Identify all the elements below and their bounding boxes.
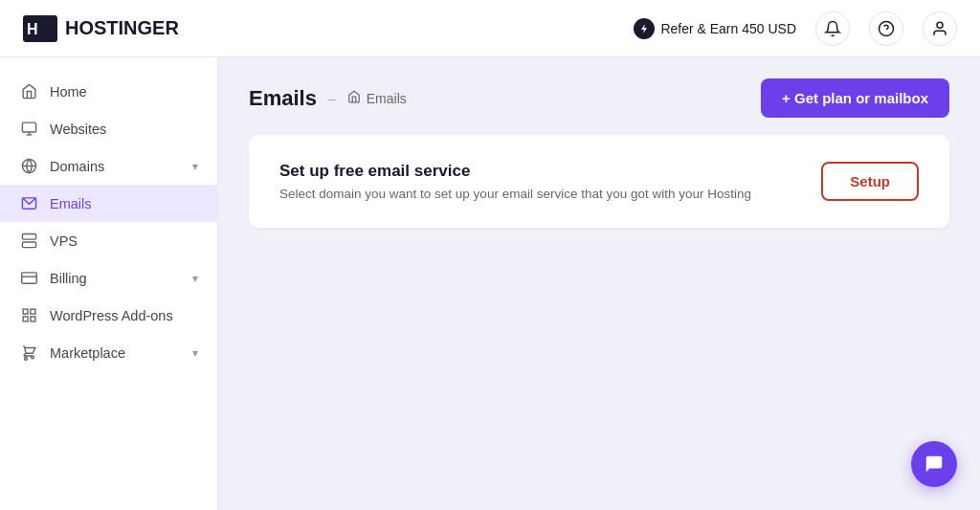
refer-earn-button[interactable]: Refer & Earn 450 USD	[634, 18, 796, 39]
sidebar-item-domains-label: Domains	[50, 159, 104, 174]
card-area: Set up free email service Select domain …	[218, 135, 980, 228]
sidebar-item-billing-label: Billing	[50, 271, 87, 286]
sidebar-item-home-label: Home	[50, 84, 87, 100]
refer-earn-label: Refer & Earn 450 USD	[660, 21, 796, 36]
sidebar-item-emails-label: Emails	[50, 196, 92, 211]
svg-rect-6	[22, 122, 35, 132]
monitor-icon	[19, 121, 38, 137]
breadcrumb: Emails	[347, 90, 407, 107]
header-actions: Refer & Earn 450 USD	[634, 11, 957, 46]
svg-marker-2	[641, 24, 647, 33]
globe-icon	[19, 158, 38, 174]
email-setup-card: Set up free email service Select domain …	[249, 135, 949, 228]
logo: H HOSTINGER	[23, 15, 179, 42]
sidebar-item-marketplace[interactable]: Marketplace ▾	[0, 334, 217, 371]
content-area: Emails – Emails + Get plan or mailbox Se…	[218, 57, 980, 510]
svg-rect-13	[22, 242, 35, 248]
logo-text: HOSTINGER	[65, 17, 179, 39]
svg-rect-19	[30, 309, 34, 314]
page-title: Emails	[249, 86, 317, 111]
breadcrumb-separator: –	[328, 91, 336, 106]
card-description: Select domain you want to set up your em…	[279, 187, 751, 201]
header: H HOSTINGER Refer & Earn 450 USD	[0, 0, 980, 57]
credit-card-icon	[19, 270, 38, 286]
bell-icon	[824, 20, 841, 37]
svg-rect-21	[30, 317, 34, 322]
svg-text:H: H	[27, 21, 38, 37]
user-button[interactable]	[923, 11, 957, 46]
main-layout: Home Websites Domains ▾ Emails VPS	[0, 57, 980, 510]
user-icon	[931, 20, 948, 37]
help-icon	[878, 20, 895, 37]
title-area: Emails – Emails	[249, 86, 407, 111]
svg-rect-20	[23, 317, 28, 322]
sidebar: Home Websites Domains ▾ Emails VPS	[0, 57, 218, 510]
sidebar-item-websites-label: Websites	[50, 122, 106, 137]
breadcrumb-home-icon	[347, 90, 361, 107]
envelope-icon	[19, 195, 38, 211]
domains-chevron-icon: ▾	[192, 160, 198, 173]
grid-icon	[19, 307, 38, 323]
setup-button[interactable]: Setup	[821, 162, 919, 201]
chat-bubble-button[interactable]	[911, 441, 957, 487]
svg-point-5	[937, 22, 943, 28]
get-plan-label: + Get plan or mailbox	[782, 90, 928, 106]
marketplace-chevron-icon: ▾	[192, 346, 198, 360]
server-icon	[19, 233, 38, 249]
help-button[interactable]	[869, 11, 903, 46]
card-text: Set up free email service Select domain …	[279, 162, 751, 201]
card-title: Set up free email service	[279, 162, 751, 181]
sidebar-item-domains[interactable]: Domains ▾	[0, 147, 217, 185]
sidebar-item-websites[interactable]: Websites	[0, 110, 217, 147]
breadcrumb-label: Emails	[367, 91, 407, 106]
chat-icon	[924, 454, 945, 475]
refer-icon	[634, 18, 655, 39]
sidebar-item-vps-label: VPS	[50, 233, 78, 249]
svg-rect-18	[23, 309, 28, 314]
content-header: Emails – Emails + Get plan or mailbox	[218, 57, 980, 135]
hostinger-logo-icon: H	[23, 15, 57, 42]
sidebar-item-vps[interactable]: VPS	[0, 222, 217, 259]
sidebar-item-wordpress-label: WordPress Add-ons	[50, 308, 173, 323]
sidebar-item-billing[interactable]: Billing ▾	[0, 259, 217, 297]
sidebar-item-emails[interactable]: Emails	[0, 185, 217, 222]
bell-button[interactable]	[815, 11, 850, 46]
sidebar-item-wordpress[interactable]: WordPress Add-ons	[0, 297, 217, 334]
svg-rect-16	[21, 273, 36, 283]
sidebar-item-home[interactable]: Home	[0, 73, 217, 110]
lightning-icon	[638, 23, 650, 34]
get-plan-button[interactable]: + Get plan or mailbox	[761, 78, 949, 118]
shop-icon	[19, 344, 38, 361]
setup-label: Setup	[850, 173, 890, 189]
billing-chevron-icon: ▾	[192, 272, 198, 285]
svg-rect-12	[22, 233, 35, 239]
sidebar-item-marketplace-label: Marketplace	[50, 345, 125, 361]
home-icon	[19, 83, 38, 100]
